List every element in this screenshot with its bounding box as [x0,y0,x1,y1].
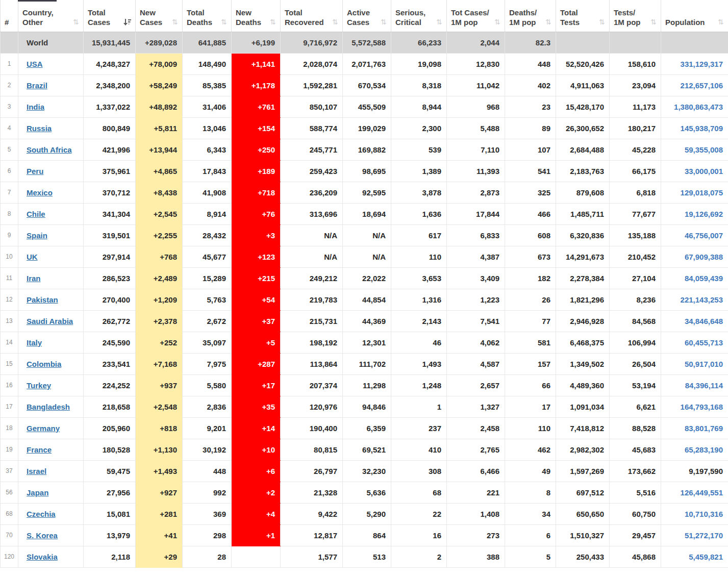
header-active-cases[interactable]: Active Cases⇅ [343,0,391,32]
cell-serious-critical: 3,878 [391,182,447,203]
country-link[interactable]: Chile [27,210,45,218]
population-link[interactable]: 46,756,007 [685,231,723,240]
header-cases-per-1m[interactable]: Tot Cases/ 1M pop⇅ [447,0,505,32]
header-population[interactable]: Population⇅ [661,0,728,32]
population-link[interactable]: 65,283,190 [685,445,723,454]
sort-icon[interactable]: ⇅ [433,18,442,27]
population-link[interactable]: 50,917,010 [685,360,723,368]
country-link[interactable]: India [27,103,44,111]
country-link[interactable]: Iran [27,274,41,283]
country-link[interactable]: South Africa [27,145,72,154]
sort-icon[interactable]: ⇅ [169,18,178,27]
cell-new-deaths: +5 [232,332,281,353]
population-link[interactable]: 221,143,253 [681,295,723,304]
population-link[interactable]: 83,801,769 [685,424,723,433]
cell-active-cases: 44,369 [343,310,391,332]
country-link[interactable]: Brazil [27,81,47,90]
sort-icon[interactable]: ⇅ [647,18,657,27]
country-link[interactable]: Israel [27,467,46,475]
country-link[interactable]: USA [27,60,43,68]
country-link[interactable]: Peru [27,167,43,175]
cell-country: World [18,32,84,53]
population-link[interactable]: 34,846,648 [685,317,723,325]
country-link[interactable]: France [27,445,52,454]
header-total-tests[interactable]: Total Tests⇅ [556,0,610,32]
cell-active-cases: 199,029 [343,117,391,139]
country-link[interactable]: Slovakia [27,553,58,561]
country-link[interactable]: Colombia [27,360,61,368]
population-link[interactable]: 331,129,317 [681,60,723,68]
sort-icon[interactable]: ⇅ [70,18,79,27]
population-link[interactable]: 10,710,316 [685,510,723,518]
cell-new-cases: +48,892 [136,96,183,117]
country-link[interactable]: UK [27,253,38,261]
header-serious-critical[interactable]: Serious, Critical⇅ [391,0,447,32]
cell-cases-per-1m: 2,873 [447,182,505,203]
sort-icon[interactable]: ⇅ [267,18,276,27]
population-link[interactable]: 145,938,709 [681,124,723,133]
cell-population: 34,846,648 [661,310,728,332]
sort-icon[interactable]: ⇅ [491,18,500,27]
sort-icon[interactable]: ⇅ [715,18,724,27]
country-link[interactable]: Russia [27,124,52,133]
cell-total-cases: 375,961 [84,160,136,182]
sort-icon[interactable]: ⇅ [542,18,551,27]
cell-rank: 4 [1,117,18,139]
country-link[interactable]: Czechia [27,510,56,518]
header-deaths-per-1m[interactable]: Deaths/ 1M pop⇅ [505,0,556,32]
covid-stats-page: # Country, Other⇅ Total Cases New Cases⇅ [0,0,728,568]
cell-total-deaths: 6,343 [183,139,232,160]
population-link[interactable]: 51,272,170 [685,531,723,540]
cell-serious-critical: 1,316 [391,289,447,310]
population-link[interactable]: 67,909,388 [685,253,723,261]
population-link[interactable]: 164,793,168 [681,403,723,411]
country-link[interactable]: Germany [27,424,60,433]
population-link[interactable]: 212,657,106 [681,81,723,90]
cell-rank: 10 [1,246,18,267]
cell-tests-per-1m: 66,175 [610,160,661,182]
sort-icon[interactable]: ⇅ [596,18,605,27]
cell-total-tests: 7,418,812 [556,417,610,439]
population-link[interactable]: 60,455,713 [685,338,723,347]
cell-total-deaths: 5,763 [183,289,232,310]
sort-desc-icon[interactable] [120,19,131,26]
header-total-recovered[interactable]: Total Recovered⇅ [281,0,343,32]
sort-icon[interactable]: ⇅ [378,18,387,27]
sort-icon[interactable]: ⇅ [329,18,338,27]
header-tests-per-1m[interactable]: Tests/ 1M pop⇅ [610,0,661,32]
population-link[interactable]: 126,449,551 [681,488,723,497]
country-link[interactable]: Italy [27,338,42,347]
cell-total-deaths: 5,580 [183,374,232,396]
country-link[interactable]: Japan [27,488,48,497]
header-total-deaths[interactable]: Total Deaths⇅ [183,0,232,32]
header-new-cases[interactable]: New Cases⇅ [136,0,183,32]
header-total-cases[interactable]: Total Cases [84,0,136,32]
country-link[interactable]: Turkey [27,381,51,390]
population-link[interactable]: 1,380,863,473 [674,103,723,111]
country-link[interactable]: Bangladesh [27,403,70,411]
population-link[interactable]: 129,018,075 [681,188,723,197]
cell-new-deaths: +718 [232,182,281,203]
cell-deaths-per-1m: 8 [505,482,556,503]
cell-tests-per-1m: 84,568 [610,310,661,332]
country-link[interactable]: Mexico [27,188,53,197]
cell-total-cases: 15,081 [84,503,136,524]
cell-total-recovered: 249,212 [281,267,343,289]
cell-total-cases: 205,960 [84,417,136,439]
population-link[interactable]: 84,059,439 [685,274,723,283]
country-link[interactable]: Saudi Arabia [27,317,73,325]
cell-new-cases: +2,545 [136,203,183,224]
country-link[interactable]: Pakistan [27,295,58,304]
country-link[interactable]: S. Korea [27,531,58,540]
country-row: 16Turkey224,252+9375,580+17207,37411,298… [1,374,728,396]
population-link[interactable]: 84,396,114 [685,381,723,390]
population-link[interactable]: 59,355,008 [685,145,723,154]
population-link[interactable]: 5,459,821 [689,553,723,561]
country-link[interactable]: Spain [27,231,47,240]
cell-total-tests: 2,183,763 [556,160,610,182]
sort-icon[interactable]: ⇅ [218,18,227,27]
population-link[interactable]: 33,000,001 [685,167,723,175]
header-new-deaths[interactable]: New Deaths⇅ [232,0,281,32]
header-country[interactable]: Country, Other⇅ [18,0,84,32]
population-link[interactable]: 19,126,692 [685,210,723,218]
